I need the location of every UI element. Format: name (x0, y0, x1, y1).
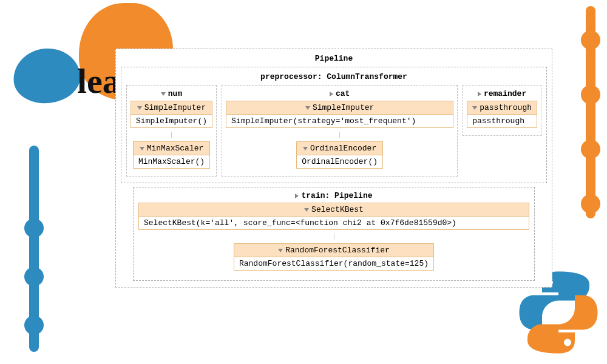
cat-ordinalencoder-header[interactable]: OrdinalEncoder (297, 142, 382, 155)
cat-simpleimputer-header[interactable]: SimpleImputer (226, 101, 453, 115)
chevron-right-icon (478, 92, 481, 96)
connector (339, 132, 340, 138)
cat-label: cat (336, 89, 350, 98)
num-label: num (168, 89, 182, 98)
num-column-header[interactable]: num (161, 89, 182, 101)
connector (171, 132, 172, 138)
preprocessor-title[interactable]: preprocessor: ColumnTransformer (126, 71, 541, 85)
pipeline-title[interactable]: Pipeline (121, 53, 547, 67)
num-minmaxscaler-box: MinMaxScaler MinMaxScaler() (133, 141, 210, 169)
chevron-down-icon (137, 106, 142, 110)
num-minmaxscaler-call: MinMaxScaler() (134, 155, 209, 168)
remainder-column-header[interactable]: remainder (478, 89, 526, 101)
blue-pole (29, 146, 39, 352)
num-simpleimputer-box: SimpleImputer SimpleImputer() (131, 101, 212, 128)
train-box: train: Pipeline SelectKBest SelectKBest(… (133, 187, 535, 281)
selectkbest-box: SelectKBest SelectKBest(k='all', score_f… (138, 203, 529, 230)
chevron-down-icon (305, 106, 310, 110)
remainder-column: remainder passthrough passthrough (463, 85, 541, 136)
cat-simpleimputer-box: SimpleImputer SimpleImputer(strategy='mo… (226, 101, 453, 128)
randomforest-box: RandomForestClassifier RandomForestClass… (234, 243, 434, 271)
chevron-right-icon (295, 194, 299, 198)
num-simpleimputer-call: SimpleImputer() (131, 115, 212, 127)
selectkbest-call: SelectKBest(k='all', score_func=<functio… (139, 217, 529, 229)
remainder-passthrough-call: passthrough (467, 115, 537, 127)
randomforest-call: RandomForestClassifier(random_state=125) (234, 257, 433, 270)
connector (334, 234, 334, 240)
chevron-down-icon (472, 106, 477, 110)
train-title[interactable]: train: Pipeline (295, 191, 372, 203)
preprocessor-box: preprocessor: ColumnTransformer num Simp… (121, 67, 547, 183)
cat-simpleimputer-call: SimpleImputer(strategy='most_frequent') (226, 115, 453, 127)
chevron-right-icon (330, 92, 333, 96)
randomforest-header[interactable]: RandomForestClassifier (234, 244, 433, 257)
num-simpleimputer-header[interactable]: SimpleImputer (131, 101, 212, 115)
selectkbest-header[interactable]: SelectKBest (139, 203, 529, 217)
orange-pole (586, 6, 595, 218)
remainder-passthrough-header[interactable]: passthrough (467, 101, 537, 115)
num-minmaxscaler-header[interactable]: MinMaxScaler (134, 142, 209, 155)
chevron-down-icon (161, 92, 166, 96)
num-column: num SimpleImputer SimpleImputer() MinMax… (126, 85, 217, 177)
chevron-down-icon (304, 208, 309, 212)
pipeline-outer-box: Pipeline preprocessor: ColumnTransformer… (115, 49, 552, 288)
remainder-passthrough-box: passthrough passthrough (467, 101, 537, 128)
chevron-down-icon (303, 147, 308, 150)
cat-column: cat SimpleImputer SimpleImputer(strategy… (222, 85, 458, 177)
cat-column-header[interactable]: cat (330, 89, 350, 101)
cat-ordinalencoder-call: OrdinalEncoder() (297, 155, 382, 168)
cat-ordinalencoder-box: OrdinalEncoder OrdinalEncoder() (296, 141, 383, 169)
chevron-down-icon (278, 249, 283, 252)
pipeline-diagram: Pipeline preprocessor: ColumnTransformer… (115, 49, 552, 291)
chevron-down-icon (140, 147, 144, 150)
blue-blob (11, 45, 83, 106)
remainder-label: remainder (484, 89, 526, 98)
